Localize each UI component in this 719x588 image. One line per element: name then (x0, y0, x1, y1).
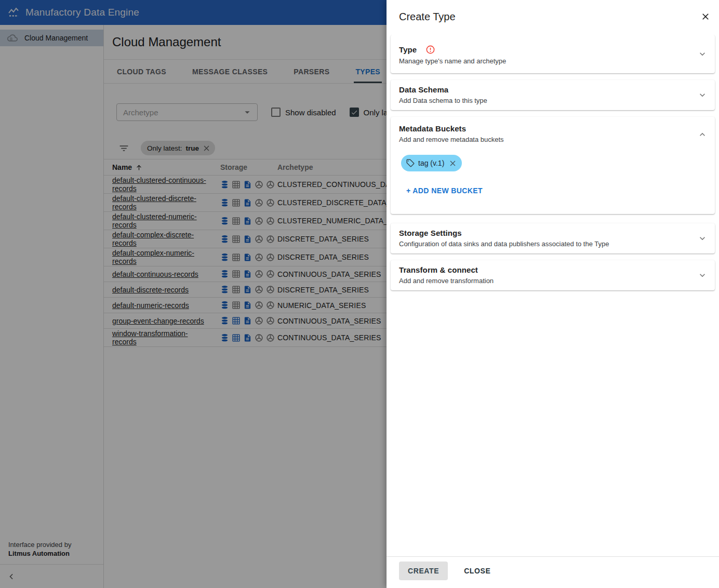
accordion-storage-settings-title: Storage Settings (399, 229, 462, 237)
accordion-data-schema[interactable]: Data Schema Add Data schema to this type (391, 80, 715, 110)
accordion-type[interactable]: Type Manage type's name and archetype (391, 35, 715, 73)
chevron-down-icon[interactable] (697, 233, 708, 244)
add-new-bucket-button[interactable]: + ADD NEW BUCKET (406, 186, 483, 195)
chevron-up-icon[interactable] (697, 129, 708, 140)
close-icon[interactable] (700, 11, 711, 22)
close-button[interactable]: CLOSE (458, 562, 497, 580)
drawer-title: Create Type (399, 11, 456, 22)
drawer-content: Type Manage type's name and archetype Da… (387, 35, 719, 556)
accordion-type-subtitle: Manage type's name and archetype (399, 57, 707, 65)
accordion-metadata-buckets-subtitle: Add and remove metadata buckets (399, 136, 707, 143)
accordion-metadata-buckets-title: Metadata Buckets (399, 124, 466, 133)
create-type-drawer: Create Type Type Manage type's name and … (387, 0, 719, 588)
accordion-transform-connect-title: Transform & connect (399, 265, 478, 274)
accordion-metadata-buckets[interactable]: Metadata Buckets Add and remove metadata… (391, 117, 715, 214)
accordion-data-schema-title: Data Schema (399, 85, 448, 94)
drawer-header: Create Type (387, 0, 719, 35)
bucket-chip-remove-icon[interactable] (448, 159, 457, 168)
accordion-data-schema-subtitle: Add Data schema to this type (399, 97, 707, 104)
accordion-type-title: Type (399, 45, 417, 54)
chevron-down-icon[interactable] (697, 90, 708, 100)
create-button[interactable]: CREATE (399, 562, 448, 580)
accordion-storage-settings[interactable]: Storage Settings Configuration of data s… (391, 223, 715, 253)
chevron-down-icon[interactable] (697, 270, 708, 280)
error-icon (425, 45, 435, 55)
tag-icon (406, 158, 415, 168)
drawer-footer: CREATE CLOSE (387, 556, 719, 588)
accordion-storage-settings-subtitle: Configuration of data sinks and data pub… (399, 240, 707, 248)
bucket-chip-tag[interactable]: tag (v.1) (401, 155, 462, 171)
bucket-chip-label: tag (v.1) (418, 159, 444, 167)
chevron-down-icon[interactable] (697, 49, 708, 59)
bucket-chip-area: tag (v.1) + ADD NEW BUCKET (399, 155, 707, 208)
accordion-transform-connect[interactable]: Transform & connect Add and remove trans… (391, 260, 715, 290)
accordion-transform-connect-subtitle: Add and remove transformation (399, 277, 707, 285)
